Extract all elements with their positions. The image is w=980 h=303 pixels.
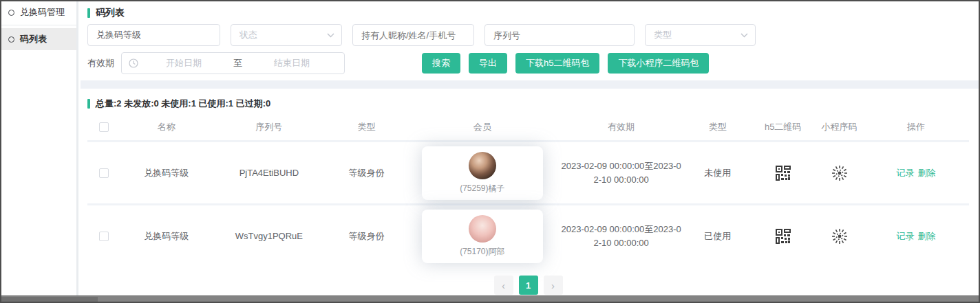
header-h5-qr: h5二维码 [750,121,816,133]
circle-bullet-icon [8,10,14,16]
row-type: 等级身份 [326,230,407,243]
row-name: 兑换码等级 [120,230,213,243]
h5-qr-code-icon[interactable] [776,166,791,181]
app-window: 兑换码管理 码列表 码列表 状态 类型 [0,0,980,303]
horizontal-scrollbar[interactable] [1,295,979,302]
header-mini-qr: 小程序码 [816,121,863,133]
delete-link[interactable]: 删除 [918,230,936,243]
circle-bullet-icon [8,36,14,43]
avatar [469,215,496,243]
select-all-checkbox[interactable] [99,122,109,132]
sidebar-item-label: 兑换码管理 [20,6,65,19]
summary-accent-bar [87,99,90,109]
summary-row: 总量:2 未发放:0 未使用:1 已使用:1 已过期:0 [87,89,969,110]
filter-row-2: 有效期 开始日期 至 结束日期 搜索 导出 下载h5二维码包 下载小程序二维码包 [87,52,969,74]
row-name: 兑换码等级 [120,167,213,179]
clock-icon [129,58,138,68]
code-level-input[interactable] [87,24,220,46]
miniprogram-code-icon[interactable] [831,227,849,245]
type-select[interactable]: 类型 [645,24,756,46]
table-row: 兑换码等级 WsTvgy1PQRuE 等级身份 (75170)阿部 2023-0… [87,203,969,267]
export-button[interactable]: 导出 [469,53,507,74]
section-divider [81,80,979,89]
type-select-placeholder: 类型 [654,29,672,41]
sidebar-item-label: 码列表 [20,33,47,45]
section-title: 码列表 [87,1,969,19]
delete-link[interactable]: 删除 [918,167,936,179]
sidebar: 兑换码管理 码列表 [1,1,78,295]
status-select-placeholder: 状态 [239,29,257,41]
sidebar-item-code-management[interactable]: 兑换码管理 [1,1,76,23]
row-type: 等级身份 [326,167,407,179]
header-name: 名称 [120,121,213,133]
validity-range: 2023-02-09 00:00:00至2023-02-10 00:00:00 [557,223,685,249]
sidebar-item-code-list[interactable]: 码列表 [1,28,76,50]
member-card: (75259)橘子 [422,146,543,200]
date-range-picker[interactable]: 开始日期 至 结束日期 [121,52,345,74]
chevron-down-icon [327,33,334,38]
serial-input[interactable] [484,24,635,46]
row-status: 未使用 [685,167,750,179]
header-operations: 操作 [863,121,969,133]
member-name: (75259)橘子 [460,183,504,194]
table-header: 名称 序列号 类型 会员 有效期 类型 h5二维码 小程序码 操作 [87,114,969,140]
validity-range: 2023-02-09 00:00:00至2023-02-10 00:00:00 [557,159,685,186]
page-title: 码列表 [96,7,125,19]
download-h5-qr-button[interactable]: 下载h5二维码包 [515,53,599,74]
member-card: (75170)阿部 [422,210,543,263]
pagination-page-1[interactable]: 1 [519,276,538,295]
row-serial: WsTvgy1PQRuE [213,231,326,241]
row-status: 已使用 [685,230,750,243]
row-checkbox[interactable] [99,168,109,178]
miniprogram-code-icon[interactable] [831,164,849,182]
filter-row-1: 状态 类型 [87,24,969,46]
summary-text: 总量:2 未发放:0 未使用:1 已使用:1 已过期:0 [96,98,270,110]
title-accent-bar [87,8,90,18]
download-miniprogram-qr-button[interactable]: 下载小程序二维码包 [608,53,709,74]
header-validity: 有效期 [557,121,685,133]
record-link[interactable]: 记录 [897,167,915,179]
header-member: 会员 [407,121,557,133]
holder-input[interactable] [352,24,474,46]
status-select[interactable]: 状态 [231,24,342,46]
avatar [469,152,496,179]
record-link[interactable]: 记录 [897,230,915,243]
row-checkbox[interactable] [99,232,109,241]
pagination: ‹ 1 › [87,276,969,295]
header-status: 类型 [685,121,750,133]
scrollbar-thumb[interactable] [1,297,98,302]
end-date-input[interactable]: 结束日期 [246,57,337,69]
start-date-input[interactable]: 开始日期 [138,57,229,69]
sidebar-divider [1,25,76,25]
member-name: (75170)阿部 [460,246,504,258]
validity-period-label: 有效期 [87,57,114,69]
h5-qr-code-icon[interactable] [776,229,791,244]
pagination-prev-button[interactable]: ‹ [494,276,513,295]
header-serial: 序列号 [213,121,326,133]
main-content: 码列表 状态 类型 有效期 [81,1,979,295]
header-type: 类型 [326,121,407,133]
table-row: 兑换码等级 PjTA4EtiBUHD 等级身份 (75259)橘子 2023-0… [87,140,969,203]
chevron-down-icon [741,33,748,38]
pagination-next-button[interactable]: › [544,276,563,295]
filter-buttons: 搜索 导出 下载h5二维码包 下载小程序二维码包 [422,53,709,74]
search-button[interactable]: 搜索 [422,53,460,74]
date-range-separator: 至 [229,57,246,69]
row-serial: PjTA4EtiBUHD [213,168,326,178]
